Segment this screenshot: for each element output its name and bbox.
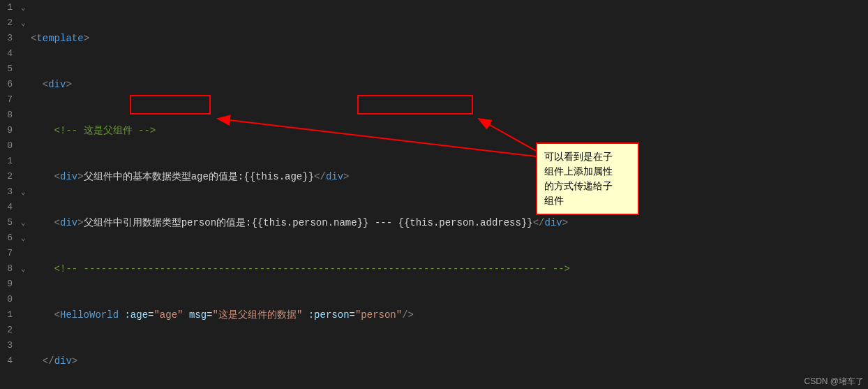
annotation-callout: 可以看到是在子 组件上添加属性 的方式传递给子 组件: [536, 142, 639, 215]
watermark: CSDN @堵车了: [804, 376, 864, 388]
code-line: </div>: [31, 353, 868, 369]
code-editor[interactable]: 123456789012345678901234 ⌄⌄⌄⌄⌄⌄ <templat…: [0, 0, 868, 389]
code-line: <!-- -----------------------------------…: [31, 261, 868, 277]
line-number-gutter: 123456789012345678901234: [0, 0, 21, 389]
code-line: <HelloWorld :age="age" msg="这是父组件的数据" :p…: [31, 307, 868, 323]
code-area[interactable]: <template> <div> <!-- 这是父组件 --> <div>父组件…: [31, 0, 868, 389]
code-line: <div>: [31, 77, 868, 92]
code-line: <div>父组件中引用数据类型person的值是:{{this.person.n…: [31, 215, 868, 230]
fold-column[interactable]: ⌄⌄⌄⌄⌄⌄: [21, 0, 31, 389]
code-line: <!-- 这是父组件 -->: [31, 123, 868, 138]
code-line: <template>: [31, 31, 868, 46]
code-line: <div>父组件中的基本数据类型age的值是:{{this.age}}</div…: [31, 169, 868, 184]
